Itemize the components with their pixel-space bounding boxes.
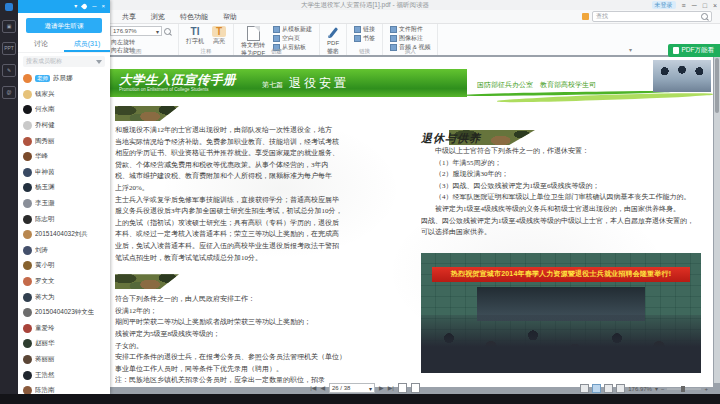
member-row[interactable]: 20151404032刘兵 — [18, 227, 110, 243]
member-name: 陈浩南 — [35, 386, 55, 394]
fullscreen-icon[interactable] — [616, 384, 625, 393]
member-row[interactable]: 罗文文 — [18, 274, 110, 290]
member-name: 20151404032刘兵 — [35, 230, 88, 239]
chevron-down-icon[interactable]: ▾ — [156, 28, 159, 35]
classroom-panel: ▾ ─ × 邀请学生听课 讨论 成员(31) 搜索成员昵称 老师苏晨娜钱家兴何永… — [18, 0, 110, 394]
member-row[interactable]: 何永南 — [18, 102, 110, 118]
app-logo-icon[interactable] — [5, 3, 13, 11]
minimize-button[interactable]: ─ — [692, 2, 697, 9]
facing-page-view-icon[interactable] — [411, 383, 420, 393]
filter-icon[interactable] — [96, 60, 102, 64]
rail-item-icon[interactable]: @ — [2, 86, 16, 99]
menu-tab[interactable]: 特色功能 — [180, 12, 208, 22]
pen-icon — [329, 27, 338, 38]
pdf-tool-float-button[interactable]: PDF万能看 — [668, 44, 720, 57]
tab-discussion[interactable]: 讨论 — [18, 37, 64, 52]
chevron-down-icon[interactable]: ▾ — [655, 385, 658, 392]
vertical-scrollbar[interactable] — [714, 55, 720, 383]
doc-text-line: 可以选择由国家供养。 — [421, 227, 701, 239]
member-row[interactable]: 杨玉渊 — [18, 180, 110, 196]
member-row[interactable]: 童爱玲 — [18, 321, 110, 337]
member-row[interactable]: 李玉灏 — [18, 196, 110, 212]
member-avatar — [23, 261, 32, 270]
ribbon-item[interactable]: 图像标注 — [390, 35, 430, 42]
minimize-button[interactable]: ─ — [92, 0, 96, 13]
tab-members[interactable]: 成员(31) — [64, 37, 110, 52]
ribbon-group-protect: PDF 签名 保护 — [320, 24, 347, 55]
maximize-button[interactable]: □ — [703, 2, 707, 9]
menu-tab[interactable]: 帮助 — [223, 12, 237, 22]
ribbon-tab-row: 共享浏览特色功能帮助 查找 — [10, 10, 720, 24]
member-row[interactable]: 华峰 — [18, 149, 110, 165]
close-button[interactable]: × — [713, 2, 717, 9]
chevron-down-icon[interactable]: ▾ — [74, 0, 77, 13]
member-search-input[interactable]: 搜索成员昵称 — [23, 56, 105, 67]
member-row[interactable]: 乔柯健 — [18, 118, 110, 134]
zoom-slider[interactable] — [667, 388, 701, 390]
member-row[interactable]: 陶秀丽 — [18, 133, 110, 149]
single-page-view-icon[interactable] — [398, 383, 407, 393]
member-row[interactable]: 申神茵 — [18, 165, 110, 181]
first-page-button[interactable]: |◀ — [310, 383, 316, 393]
member-row[interactable]: 老师苏晨娜 — [18, 71, 110, 87]
find-input[interactable]: 查找 — [592, 11, 712, 22]
next-page-button[interactable]: ▶ — [379, 383, 384, 393]
member-row[interactable]: 王浩然 — [18, 367, 110, 383]
last-page-button[interactable]: ▶| — [388, 383, 394, 393]
rotate-left-button[interactable]: 向左旋转 — [101, 38, 171, 46]
rail-item-icon[interactable]: ✎ — [2, 64, 16, 77]
member-avatar — [23, 230, 32, 239]
invite-students-button[interactable]: 邀请学生听课 — [26, 18, 102, 33]
ribbon-item-icon — [354, 26, 361, 33]
read-mode-icon[interactable] — [580, 384, 589, 393]
member-row[interactable]: 赵丽华 — [18, 336, 110, 352]
doc-text-line: 子女的。 — [115, 341, 407, 353]
menu-icon[interactable]: ≡ — [682, 2, 686, 9]
typewriter-button[interactable]: TI 打字机 — [186, 26, 204, 45]
scrollbar-thumb[interactable] — [715, 58, 719, 113]
zoom-in-button[interactable]: + — [704, 386, 708, 392]
member-row[interactable]: 20150404023钟文生 — [18, 305, 110, 321]
menu-tab[interactable]: 浏览 — [151, 12, 165, 22]
chevron-down-icon[interactable]: ▾ — [369, 385, 372, 392]
member-row[interactable]: 陈浩南 — [18, 383, 110, 394]
ribbon-item[interactable]: 空白页 — [273, 35, 312, 42]
member-name: 陶秀丽 — [35, 137, 55, 146]
ribbon-item[interactable]: 文件附件 — [390, 26, 430, 33]
zoom-slider-thumb[interactable] — [681, 386, 685, 392]
ribbon-item[interactable]: 从模板新建 — [273, 26, 312, 33]
taskbar[interactable] — [0, 394, 720, 404]
page-number-input[interactable]: 26 / 38 ▾ — [329, 383, 375, 393]
member-row[interactable]: 钱家兴 — [18, 87, 110, 103]
group-label-insert: 插入 — [383, 48, 437, 55]
menu-tab[interactable]: 共享 — [122, 12, 136, 22]
prev-page-button[interactable]: ◀ — [320, 383, 325, 393]
rail-item-icon[interactable]: ▣ — [2, 20, 16, 33]
member-row[interactable]: 刘涛 — [18, 243, 110, 259]
member-row[interactable]: 蒋大为 — [18, 289, 110, 305]
member-row[interactable]: 黄小明 — [18, 258, 110, 274]
zoom-value-box[interactable]: 176.97% ▾ — [110, 26, 162, 36]
member-name: 刘涛 — [35, 246, 48, 255]
close-button[interactable]: × — [101, 0, 105, 13]
panel-tabs: 讨论 成员(31) — [18, 37, 110, 53]
zoom-out-button[interactable]: − — [661, 386, 665, 392]
doc-text-line: 本科、或经过一定考核入读普通本科；荣立三等功以上奖励的，在完成高 — [115, 229, 407, 241]
ribbon-item[interactable]: 书签 — [354, 35, 375, 42]
fit-page-icon[interactable] — [604, 384, 613, 393]
zoom-value: 176.97% — [113, 28, 137, 34]
member-row[interactable]: 蒋丽丽 — [18, 352, 110, 368]
member-name: 20150404023钟文生 — [35, 308, 94, 317]
ribbon-item[interactable]: 链接 — [354, 26, 375, 33]
chevron-down-icon[interactable]: ▾ — [629, 46, 632, 53]
pin-icon[interactable] — [81, 3, 88, 10]
zoom-in-icon[interactable] — [164, 28, 171, 35]
rail-item-icon[interactable]: PPT — [2, 42, 16, 55]
page-number-value: 26 / 38 — [332, 385, 350, 391]
member-name: 何永南 — [35, 105, 55, 114]
member-avatar — [23, 168, 32, 177]
fit-width-icon[interactable] — [592, 384, 601, 393]
login-button[interactable]: 未登录 — [652, 1, 676, 9]
highlight-button[interactable]: T 高亮 — [212, 26, 226, 45]
member-row[interactable]: 陈志明 — [18, 211, 110, 227]
